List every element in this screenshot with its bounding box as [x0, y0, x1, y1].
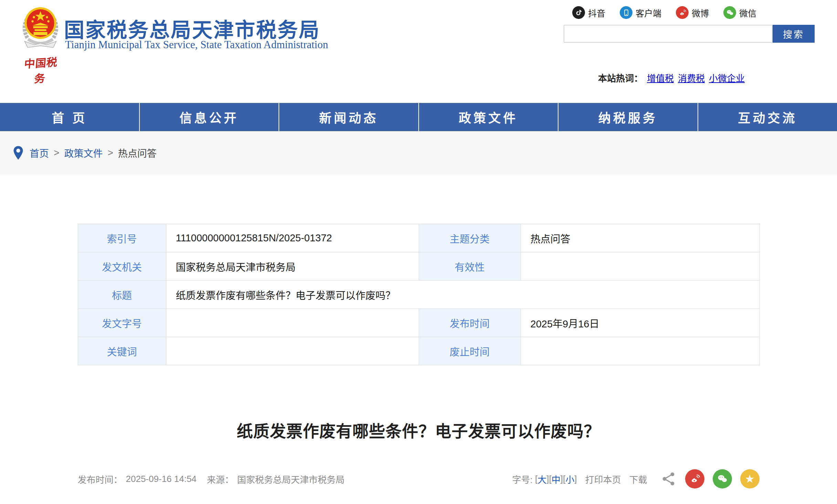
table-row: 发文字号 发布时间 2025年9月16日 — [78, 309, 760, 337]
bracket: ] — [574, 474, 577, 484]
wechat-icon — [716, 473, 728, 485]
nav-item-interaction[interactable]: 互动交流 — [698, 103, 837, 131]
source-value: 国家税务总局天津市税务局 — [237, 473, 345, 485]
document-info-table: 索引号 11100000000125815N/2025-01372 主题分类 热… — [78, 224, 760, 365]
emblem-script-text: 中国税务 — [18, 53, 63, 87]
document-number-value — [166, 309, 419, 337]
social-links: 抖音 客户端 微博 微信 — [572, 6, 756, 19]
share-wechat-button[interactable] — [713, 469, 732, 489]
breadcrumb-separator: > — [107, 147, 113, 158]
keywords-label: 关键词 — [78, 337, 166, 365]
publish-time-label: 发布时间： — [78, 473, 123, 485]
hotword-link-small-business[interactable]: 小微企业 — [709, 73, 745, 84]
star-icon: ★ — [745, 473, 755, 484]
hotwords-label: 本站热词： — [598, 73, 643, 84]
weibo-label: 微博 — [692, 7, 709, 19]
breadcrumb-strip: 首页 > 政策文件 > 热点问答 — [0, 131, 837, 175]
main-nav: 首 页 信息公开 新闻动态 政策文件 纳税服务 互动交流 — [0, 103, 837, 131]
share-qzone-button[interactable]: ★ — [740, 469, 760, 489]
fontsize-medium-button[interactable]: 中 — [552, 473, 561, 485]
issuing-agency-label: 发文机关 — [78, 252, 166, 281]
share-weibo-button[interactable] — [685, 469, 704, 489]
client-app-label: 客户端 — [636, 7, 661, 19]
nav-item-news[interactable]: 新闻动态 — [279, 103, 419, 131]
breadcrumb-policy[interactable]: 政策文件 — [64, 146, 103, 160]
bracket: [ — [549, 474, 552, 484]
publish-date-value: 2025年9月16日 — [521, 309, 760, 337]
main-content: 索引号 11100000000125815N/2025-01372 主题分类 热… — [78, 224, 760, 504]
document-number-label: 发文字号 — [78, 309, 166, 337]
print-page-button[interactable]: 打印本页 — [585, 473, 621, 485]
table-row: 发文机关 国家税务总局天津市税务局 有效性 — [78, 252, 760, 281]
breadcrumb: 首页 > 政策文件 > 热点问答 — [12, 145, 157, 160]
weibo-icon — [676, 6, 689, 19]
download-button[interactable]: 下载 — [629, 473, 647, 485]
search-button[interactable]: 搜索 — [773, 25, 815, 43]
wechat-label: 微信 — [739, 7, 756, 19]
fontsize-large-button[interactable]: 大 — [537, 473, 546, 485]
article-title: 纸质发票作废有哪些条件？电子发票可以作废吗？ — [78, 418, 760, 442]
index-number-label: 索引号 — [78, 224, 166, 252]
fontsize-control: 字号: [大][中][小] — [512, 473, 577, 485]
article-toolbar: 字号: [大][中][小] 打印本页 下载 — [512, 469, 760, 489]
wechat-icon — [723, 6, 736, 19]
wechat-link[interactable]: 微信 — [723, 6, 756, 19]
hotword-link-vat[interactable]: 增值税 — [647, 73, 674, 84]
douyin-icon — [572, 6, 585, 19]
breadcrumb-home[interactable]: 首页 — [30, 146, 49, 160]
hotwords-bar: 本站热词：增值税消费税小微企业 — [598, 71, 745, 84]
bracket: [ — [535, 474, 537, 484]
nav-item-home[interactable]: 首 页 — [0, 103, 140, 131]
bracket: [ — [563, 474, 565, 484]
bracket: ] — [546, 474, 549, 484]
topic-category-value: 热点问答 — [521, 224, 760, 252]
repeal-date-value — [521, 337, 760, 365]
douyin-label: 抖音 — [588, 7, 605, 19]
title-label: 标题 — [78, 281, 166, 309]
table-row: 标题 纸质发票作废有哪些条件？电子发票可以作废吗？ — [78, 281, 760, 309]
validity-label: 有效性 — [419, 252, 521, 281]
keywords-value — [166, 337, 419, 365]
title-value: 纸质发票作废有哪些条件？电子发票可以作废吗？ — [166, 281, 760, 309]
source-label: 来源： — [207, 473, 234, 485]
article-meta-left: 发布时间：2025-09-16 14:54 来源：国家税务总局天津市税务局 — [78, 473, 345, 485]
site-search: 搜索 — [564, 25, 815, 43]
fontsize-label: 字号: — [512, 473, 533, 485]
fontsize-small-button[interactable]: 小 — [565, 473, 574, 485]
nav-item-info-public[interactable]: 信息公开 — [140, 103, 280, 131]
breadcrumb-separator: > — [54, 147, 59, 158]
client-app-link[interactable]: 客户端 — [620, 6, 661, 19]
index-number-value: 11100000000125815N/2025-01372 — [166, 224, 419, 252]
bracket: ] — [561, 474, 563, 484]
table-row: 关键词 废止时间 — [78, 337, 760, 365]
weibo-link[interactable]: 微博 — [676, 6, 709, 19]
mobile-client-icon — [620, 6, 632, 19]
location-pin-icon — [12, 145, 24, 160]
search-input[interactable] — [564, 25, 773, 43]
nav-item-policy[interactable]: 政策文件 — [419, 103, 559, 131]
publish-time-value: 2025-09-16 14:54 — [126, 474, 197, 484]
publish-date-label: 发布时间 — [419, 309, 521, 337]
site-subtitle: Tianjin Municipal Tax Service, State Tax… — [65, 39, 328, 51]
breadcrumb-current: 热点问答 — [118, 146, 157, 160]
weibo-icon — [689, 473, 701, 485]
topic-category-label: 主题分类 — [419, 224, 521, 252]
douyin-link[interactable]: 抖音 — [572, 6, 605, 19]
share-icon[interactable] — [660, 471, 677, 487]
hotword-link-consumption-tax[interactable]: 消费税 — [678, 73, 705, 84]
issuing-agency-value: 国家税务总局天津市税务局 — [166, 252, 419, 281]
tax-emblem-icon — [19, 4, 62, 52]
page-header: 中国税务 国家税务总局天津市税务局 Tianjin Municipal Tax … — [0, 0, 837, 103]
site-logo: 中国税务 — [19, 4, 62, 85]
validity-value — [521, 252, 760, 281]
repeal-date-label: 废止时间 — [419, 337, 521, 365]
nav-item-tax-service[interactable]: 纳税服务 — [558, 103, 698, 131]
article-meta-bar: 发布时间：2025-09-16 14:54 来源：国家税务总局天津市税务局 字号… — [78, 469, 760, 489]
table-row: 索引号 11100000000125815N/2025-01372 主题分类 热… — [78, 224, 760, 252]
